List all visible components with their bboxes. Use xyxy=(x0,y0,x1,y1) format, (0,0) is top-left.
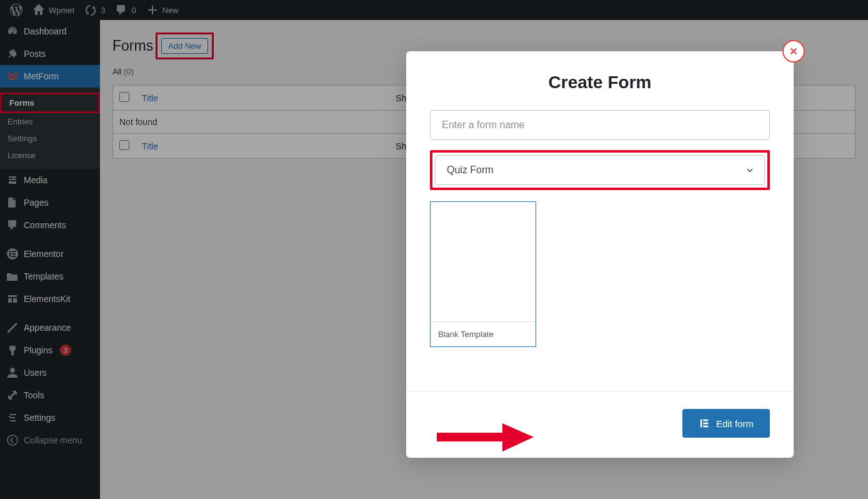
edit-form-label: Edit form xyxy=(716,418,754,429)
svg-rect-8 xyxy=(703,423,708,425)
highlight-box-select: Quiz Form xyxy=(430,150,770,190)
form-type-select-wrap: Quiz Form xyxy=(435,155,765,185)
modal-title: Create Form xyxy=(406,51,794,110)
svg-rect-9 xyxy=(703,426,708,428)
svg-rect-7 xyxy=(703,420,708,421)
annotation-arrow xyxy=(434,420,537,457)
create-form-modal: Create Form Quiz Form Blank Template Edi… xyxy=(406,51,794,458)
modal-body: Quiz Form Blank Template xyxy=(406,110,794,366)
close-icon xyxy=(788,46,799,57)
form-type-select[interactable]: Quiz Form xyxy=(435,155,765,185)
template-blank[interactable]: Blank Template xyxy=(430,201,536,347)
modal-close-button[interactable] xyxy=(782,40,805,63)
svg-rect-6 xyxy=(701,420,702,428)
template-label: Blank Template xyxy=(431,322,536,346)
form-name-input[interactable] xyxy=(430,110,770,140)
template-preview xyxy=(431,202,536,322)
elementor-edit-icon xyxy=(699,418,710,429)
edit-form-button[interactable]: Edit form xyxy=(682,409,770,438)
